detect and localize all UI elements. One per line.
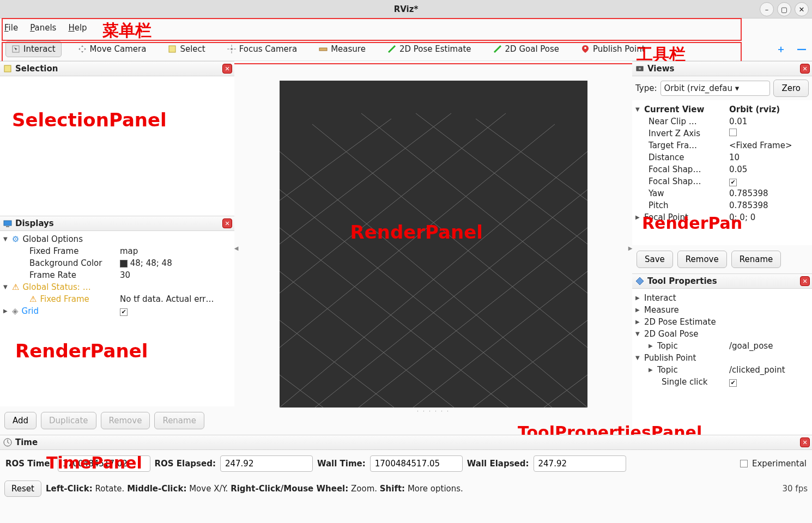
color-swatch bbox=[120, 260, 128, 267]
views-current-view[interactable]: ▼ Current ViewOrbit (rviz) bbox=[635, 104, 809, 115]
toolprops-interact[interactable]: ▶Interact bbox=[635, 292, 809, 304]
toolprops-single-click[interactable]: Single click✔ bbox=[635, 376, 809, 388]
displays-grid[interactable]: ▶ ◈ Grid ✔ bbox=[3, 305, 231, 317]
menubar: File Panels Help bbox=[0, 19, 812, 37]
center-resize-handle[interactable]: · · · · · · bbox=[417, 408, 450, 415]
views-save-button[interactable]: Save bbox=[637, 251, 673, 268]
views-type-select[interactable]: Orbit (rviz_defau ▾ bbox=[660, 81, 771, 96]
toolprops-measure[interactable]: ▶Measure bbox=[635, 304, 809, 316]
displays-duplicate-button[interactable]: Duplicate bbox=[41, 412, 96, 429]
displays-panel-close-button[interactable]: ✕ bbox=[222, 218, 232, 228]
single-click-checkbox[interactable]: ✔ bbox=[729, 379, 737, 387]
selection-panel-title[interactable]: Selection ✕ bbox=[0, 61, 234, 76]
menu-file[interactable]: File bbox=[4, 23, 18, 33]
toolprops-publish-point[interactable]: ▼Publish Point bbox=[635, 352, 809, 364]
displays-global-status[interactable]: ▼ ⚠ Global Status: … bbox=[3, 281, 231, 293]
displays-add-button[interactable]: Add bbox=[4, 412, 37, 429]
displays-background-color[interactable]: Background Color 48; 48; 48 bbox=[3, 257, 231, 269]
toolprops-panel-title[interactable]: Tool Properties ✕ bbox=[632, 273, 812, 289]
status-bar: Reset Left-Click: Rotate. Middle-Click: … bbox=[0, 477, 812, 500]
svg-rect-6 bbox=[4, 221, 11, 226]
focal-shape-checkbox[interactable]: ✔ bbox=[729, 179, 737, 186]
views-focal-point[interactable]: ▶Focal Point0; 0; 0 bbox=[635, 211, 809, 223]
views-zero-button[interactable]: Zero bbox=[773, 80, 809, 97]
wall-elapsed-input[interactable] bbox=[534, 455, 626, 472]
displays-remove-button[interactable]: Remove bbox=[101, 412, 150, 429]
window-minimize-button[interactable]: – bbox=[760, 2, 774, 16]
tool-2d-pose-estimate[interactable]: 2D Pose Estimate bbox=[382, 41, 477, 57]
menu-help[interactable]: Help bbox=[68, 23, 87, 33]
tool-2d-goal-pose[interactable]: 2D Goal Pose bbox=[488, 41, 565, 57]
goal-pose-icon bbox=[493, 45, 502, 53]
reset-button[interactable]: Reset bbox=[4, 481, 41, 497]
svg-line-13 bbox=[280, 375, 323, 408]
tool-focus-camera[interactable]: Focus Camera bbox=[222, 41, 302, 57]
tool-measure[interactable]: Measure bbox=[313, 41, 371, 57]
interact-icon bbox=[11, 45, 20, 53]
svg-line-19 bbox=[315, 190, 587, 408]
svg-point-4 bbox=[584, 47, 586, 49]
publish-point-icon bbox=[581, 45, 590, 53]
views-remove-button[interactable]: Remove bbox=[677, 251, 727, 268]
toolbar-remove-tool-button[interactable]: — bbox=[797, 43, 807, 54]
displays-rename-button[interactable]: Rename bbox=[154, 412, 204, 429]
grid-3d bbox=[280, 81, 587, 408]
selection-panel-close-button[interactable]: ✕ bbox=[222, 64, 232, 74]
tool-select[interactable]: Select bbox=[162, 41, 210, 57]
toolbar-add-tool-button[interactable]: ＋ bbox=[776, 42, 786, 56]
views-panel-title[interactable]: Views ✕ bbox=[632, 61, 812, 76]
toolprops-goal-pose[interactable]: ▼2D Goal Pose bbox=[635, 328, 809, 340]
grid-icon: ◈ bbox=[12, 305, 19, 317]
views-pitch[interactable]: Pitch0.785398 bbox=[635, 199, 809, 211]
views-distance[interactable]: Distance10 bbox=[635, 151, 809, 163]
tool-publish-point[interactable]: Publish Point bbox=[575, 41, 650, 57]
ros-time-input[interactable] bbox=[58, 455, 150, 472]
svg-line-27 bbox=[280, 119, 391, 200]
ros-time-label: ROS Time: bbox=[5, 459, 53, 469]
grid-checkbox[interactable]: ✔ bbox=[120, 308, 128, 316]
left-splitter[interactable]: ◀ bbox=[234, 61, 238, 435]
displays-frame-rate[interactable]: Frame Rate30 bbox=[3, 269, 231, 281]
displays-global-options[interactable]: ▼ ⚙ Global Options bbox=[3, 233, 231, 245]
svg-line-15 bbox=[361, 113, 587, 293]
svg-point-29 bbox=[639, 68, 641, 70]
views-focal-shape-1[interactable]: Focal Shap…0.05 bbox=[635, 163, 809, 175]
tool-interact[interactable]: Interact bbox=[5, 41, 62, 57]
time-panel-close-button[interactable]: ✕ bbox=[800, 437, 810, 447]
displays-panel-title[interactable]: Displays ✕ bbox=[0, 216, 234, 231]
invert-z-checkbox[interactable] bbox=[729, 129, 737, 136]
experimental-checkbox[interactable] bbox=[740, 460, 748, 467]
views-near-clip[interactable]: Near Clip …0.01 bbox=[635, 115, 809, 127]
views-focal-shape-2[interactable]: Focal Shap…✔ bbox=[635, 175, 809, 187]
selection-panel-icon bbox=[3, 64, 12, 73]
window-maximize-button[interactable]: ▢ bbox=[777, 2, 791, 16]
ros-elapsed-input[interactable] bbox=[220, 455, 313, 472]
annotation-label-displays: RenderPanel bbox=[15, 340, 148, 362]
svg-line-9 bbox=[280, 190, 552, 408]
menu-panels[interactable]: Panels bbox=[30, 23, 56, 33]
svg-rect-7 bbox=[6, 226, 9, 227]
tool-move-camera[interactable]: Move Camera bbox=[72, 41, 152, 57]
render-panel[interactable]: RenderPanel bbox=[280, 81, 587, 408]
window-titlebar: RViz* – ▢ ✕ bbox=[0, 0, 812, 19]
displays-fixed-frame-status[interactable]: ⚠ Fixed FrameNo tf data. Actual err… bbox=[3, 293, 231, 305]
views-rename-button[interactable]: Rename bbox=[731, 251, 781, 268]
right-splitter[interactable]: ▶ bbox=[628, 61, 632, 435]
views-panel-close-button[interactable]: ✕ bbox=[800, 64, 810, 74]
toolprops-pose-estimate[interactable]: ▶2D Pose Estimate bbox=[635, 316, 809, 328]
displays-fixed-frame[interactable]: Fixed Framemap bbox=[3, 245, 231, 257]
select-icon bbox=[168, 45, 177, 53]
views-yaw[interactable]: Yaw0.785398 bbox=[635, 187, 809, 199]
pose-estimate-icon bbox=[387, 45, 396, 53]
time-panel-title[interactable]: Time ✕ bbox=[0, 435, 812, 450]
svg-rect-1 bbox=[169, 46, 175, 52]
views-target-frame[interactable]: Target Fra…<Fixed Frame> bbox=[635, 139, 809, 151]
toolbar: Interact Move Camera Select Focus Camera… bbox=[0, 37, 812, 61]
views-invert-z[interactable]: Invert Z Axis bbox=[635, 127, 809, 139]
toolprops-panel-close-button[interactable]: ✕ bbox=[800, 276, 810, 286]
toolprops-goal-topic[interactable]: ▶Topic/goal_pose bbox=[635, 340, 809, 352]
window-close-button[interactable]: ✕ bbox=[795, 2, 809, 16]
toolprops-clicked-topic[interactable]: ▶Topic/clicked_point bbox=[635, 364, 809, 376]
wall-time-input[interactable] bbox=[370, 455, 463, 472]
svg-point-2 bbox=[231, 48, 233, 50]
